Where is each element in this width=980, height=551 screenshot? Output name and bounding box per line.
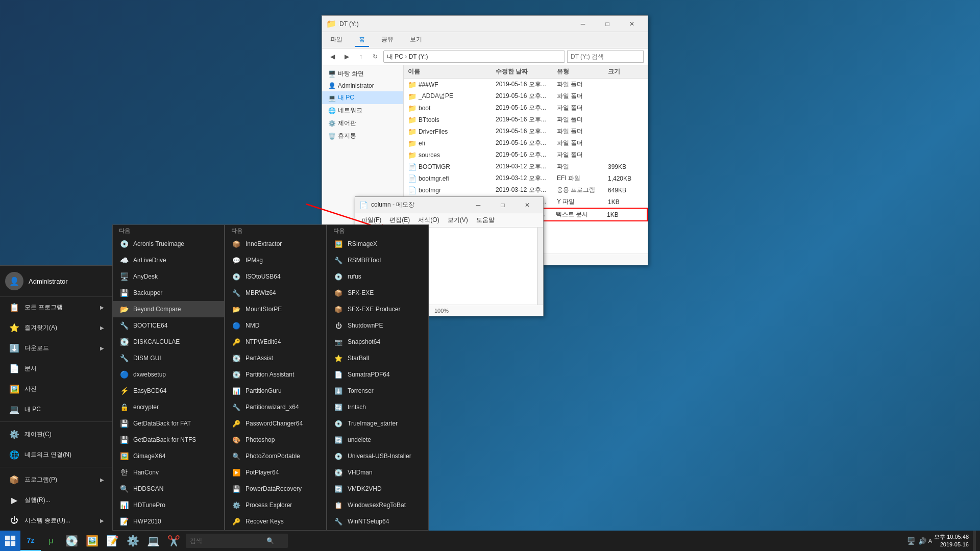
list-item[interactable]: 📊 PartitionGuru bbox=[225, 383, 326, 399]
list-item[interactable]: 🔑 NTPWEdit64 bbox=[225, 334, 326, 350]
list-item[interactable]: 🎨 Photoshop bbox=[225, 432, 326, 448]
table-row[interactable]: 📄 BOOTMGR 2019-03-12 오후... 파일 399KB bbox=[404, 161, 648, 172]
list-item[interactable]: 💬 IPMsg bbox=[225, 252, 326, 268]
table-row[interactable]: 📁 BTtools 2019-05-16 오후... 파일 폴더 bbox=[404, 114, 648, 126]
maximize-button[interactable]: □ bbox=[596, 16, 619, 32]
list-item[interactable]: 🔑 Recover Keys bbox=[225, 513, 326, 530]
ribbon-tab-view[interactable]: 보기 bbox=[406, 33, 426, 47]
taskbar-photo-viewer[interactable]: 🖼️ bbox=[82, 531, 102, 551]
list-item[interactable]: 💾 Backupper bbox=[113, 285, 224, 301]
start-menu-controlpanel[interactable]: ⚙️ 제어판(C) bbox=[0, 424, 112, 444]
table-row[interactable]: 📄 bootmgr.efi 2019-03-12 오후... EFI 파일 1,… bbox=[404, 172, 648, 184]
list-item[interactable]: 🔄 trntsch bbox=[327, 399, 428, 415]
table-row[interactable]: 📁 DriverFiles 2019-05-16 오후... 파일 폴더 bbox=[404, 126, 648, 137]
clock[interactable]: 오후 10:05:48 2019-05-16 bbox=[934, 533, 969, 549]
taskbar-utorrent[interactable]: μ bbox=[41, 531, 61, 551]
list-item[interactable]: 🔧 BOOTICE64 bbox=[113, 317, 224, 334]
taskbar-disk-mgr[interactable]: 💽 bbox=[61, 531, 82, 551]
list-item[interactable]: 📷 Snapshot64 bbox=[327, 334, 428, 350]
list-item[interactable]: 🔧 DISM GUI bbox=[113, 350, 224, 366]
start-menu-documents[interactable]: 📄 문서 bbox=[0, 358, 112, 379]
list-item[interactable]: 📂 MountStorPE bbox=[225, 301, 326, 317]
start-menu-network[interactable]: 🌐 네트워크 연결(N) bbox=[0, 444, 112, 465]
list-item[interactable]: ⚡ EasyBCD64 bbox=[113, 383, 224, 399]
list-item[interactable]: 🔒 encrypter bbox=[113, 399, 224, 415]
start-menu-mypc[interactable]: 💻 내 PC bbox=[0, 399, 112, 419]
start-button[interactable] bbox=[0, 531, 20, 551]
search-input[interactable] bbox=[567, 51, 644, 63]
notepad-scrollbar[interactable] bbox=[537, 228, 543, 305]
list-item[interactable]: 📦 InnoExtractor bbox=[225, 236, 326, 252]
ribbon-tab-home[interactable]: 홈 bbox=[355, 33, 369, 47]
list-item[interactable]: 🖼️ GimageX64 bbox=[113, 448, 224, 464]
list-item[interactable]: 📋 RegWorkshop bbox=[225, 530, 326, 531]
refresh-button[interactable]: ↻ bbox=[369, 51, 381, 63]
start-menu-photos[interactable]: 🖼️ 사진 bbox=[0, 379, 112, 399]
list-item[interactable]: 🔵 dxwebsetup bbox=[113, 366, 224, 383]
tray-volume-icon[interactable]: 🔊 bbox=[917, 537, 927, 545]
list-item[interactable]: 한 HanConv bbox=[113, 464, 224, 481]
list-item[interactable]: ⚙️ Process Explorer bbox=[225, 497, 326, 513]
list-item[interactable]: 🔄 VMDK2VHD bbox=[327, 481, 428, 497]
start-menu-shutdown[interactable]: ⏻ 시스템 종료(U)... ▶ bbox=[0, 510, 112, 531]
col-size[interactable]: 크기 bbox=[608, 67, 644, 76]
notepad-close-button[interactable]: ✕ bbox=[516, 197, 539, 213]
table-row[interactable]: 📁 sources 2019-05-16 오후... 파일 폴더 bbox=[404, 149, 648, 161]
list-item[interactable]: 📂 Beyond Compare bbox=[113, 301, 224, 317]
list-item[interactable]: 🔵 NMD bbox=[225, 317, 326, 334]
table-row[interactable]: 📁 _ADDA넘PE 2019-05-16 오후... 파일 폴더 bbox=[404, 90, 648, 102]
start-menu-downloads[interactable]: ⬇️ 다운로드 ▶ bbox=[0, 338, 112, 358]
taskbar-capture[interactable]: ✂️ bbox=[163, 531, 184, 551]
notepad-menu-view[interactable]: 보기(V) bbox=[444, 214, 472, 226]
list-item[interactable]: 📁 iDA PortableX bbox=[113, 530, 224, 531]
list-item[interactable]: 🔄 undelete bbox=[327, 432, 428, 448]
start-menu-programs[interactable]: 📦 프로그램(P) ▶ bbox=[0, 469, 112, 490]
table-row[interactable]: 📁 boot 2019-05-16 오후... 파일 폴더 bbox=[404, 102, 648, 114]
list-item[interactable]: 💿 WiNToBootic bbox=[327, 530, 428, 531]
col-date[interactable]: 수정한 날짜 bbox=[496, 67, 557, 76]
list-item[interactable]: 📊 HDTunePro bbox=[113, 497, 224, 513]
sidebar-item-network[interactable]: 🌐 네트워크 bbox=[322, 104, 403, 117]
sidebar-item-mypc[interactable]: 💻 내 PC bbox=[322, 91, 403, 104]
tray-network-icon[interactable]: 🖥️ bbox=[906, 537, 916, 545]
taskbar-wordpad[interactable]: 📝 bbox=[102, 531, 122, 551]
taskbar-mypc[interactable]: 💻 bbox=[143, 531, 163, 551]
notepad-minimize-button[interactable]: ─ bbox=[467, 197, 490, 213]
table-row[interactable]: 📄 bootmgr 2019-03-12 오후... 응용 프로그램 649KB bbox=[404, 184, 648, 196]
start-menu-all-programs[interactable]: 📋 모든 프로그램 ▶ bbox=[0, 297, 112, 317]
list-item[interactable]: 💽 DISKCALCULAE bbox=[113, 334, 224, 350]
list-item[interactable]: 💿 rufus bbox=[327, 268, 428, 285]
list-item[interactable]: 📄 SumatraPDF64 bbox=[327, 366, 428, 383]
list-item[interactable]: 🔍 PhotoZoomPortable bbox=[225, 448, 326, 464]
list-item[interactable]: 📦 SFX-EXE bbox=[327, 285, 428, 301]
list-item[interactable]: 💿 TrueImage_starter bbox=[327, 415, 428, 432]
list-item[interactable]: 💽 Partition Assistant bbox=[225, 366, 326, 383]
close-button[interactable]: ✕ bbox=[620, 16, 644, 32]
list-item[interactable]: 🖼️ RSImageX bbox=[327, 236, 428, 252]
start-menu-run[interactable]: ▶ 실행(R)... bbox=[0, 490, 112, 510]
notepad-menu-help[interactable]: 도움말 bbox=[472, 214, 499, 226]
taskbar-search-box[interactable]: 🔍 bbox=[186, 534, 288, 548]
col-type[interactable]: 유형 bbox=[557, 67, 608, 76]
up-button[interactable]: ↑ bbox=[355, 51, 367, 63]
list-item[interactable]: 💽 VHDman bbox=[327, 464, 428, 481]
list-item[interactable]: 🔍 HDDSCAN bbox=[113, 481, 224, 497]
list-item[interactable]: 💿 Acronis Trueimage bbox=[113, 236, 224, 252]
list-item[interactable]: 🔑 PasswordChanger64 bbox=[225, 415, 326, 432]
col-name[interactable]: 이름 bbox=[408, 67, 496, 76]
list-item[interactable]: 💿 Universal-USB-Installer bbox=[327, 448, 428, 464]
list-item[interactable]: ⏻ ShutdownPE bbox=[327, 317, 428, 334]
list-item[interactable]: 📝 HWP2010 bbox=[113, 513, 224, 530]
sidebar-item-desktop[interactable]: 🖥️ 바탕 화면 bbox=[322, 67, 403, 80]
back-button[interactable]: ◀ bbox=[326, 51, 338, 63]
notepad-maximize-button[interactable]: □ bbox=[491, 197, 514, 213]
ribbon-tab-file[interactable]: 파일 bbox=[326, 33, 347, 47]
list-item[interactable]: 💾 GetDataBack for FAT bbox=[113, 415, 224, 432]
table-row[interactable]: 📁 efi 2019-05-16 오후... 파일 폴더 bbox=[404, 137, 648, 149]
list-item[interactable]: 🔧 Partitionwizard_x64 bbox=[225, 399, 326, 415]
list-item[interactable]: 📋 WindowsexRegToBat bbox=[327, 497, 428, 513]
list-item[interactable]: 🔧 MBRWiz64 bbox=[225, 285, 326, 301]
start-menu-favorites[interactable]: ⭐ 즐겨찾기(A) ▶ bbox=[0, 317, 112, 338]
taskbar-search-input[interactable] bbox=[190, 537, 266, 544]
show-desktop-button[interactable] bbox=[973, 531, 976, 551]
